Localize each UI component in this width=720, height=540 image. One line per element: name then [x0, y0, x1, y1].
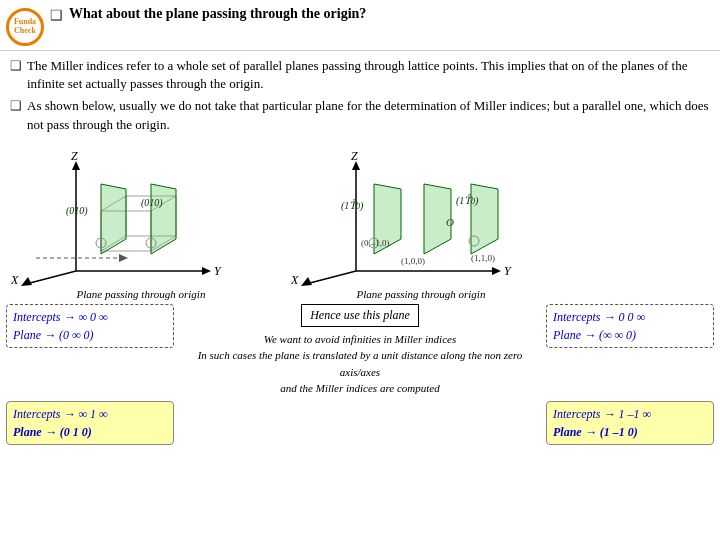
header-question: ❑ What about the plane passing through t… [50, 6, 712, 24]
svg-marker-25 [119, 254, 128, 262]
svg-text:(1T̄0): (1T̄0) [456, 194, 479, 207]
bottom-final-row: Intercepts → ∞ 1 ∞ Plane → (0 1 0) Inter… [0, 399, 720, 447]
bottom-intercepts-section: Intercepts → ∞ 0 ∞ Plane → (0 ∞ 0) Hence… [0, 300, 720, 399]
left-intercepts-box: Intercepts → ∞ 0 ∞ Plane → (0 ∞ 0) [6, 304, 174, 348]
left-plane-text: Plane → (0 ∞ 0) [13, 326, 167, 344]
left-diagram-label: Plane passing through origin [6, 288, 276, 300]
svg-marker-4 [202, 267, 211, 275]
left-intercepts-text: Intercepts → ∞ 0 ∞ [13, 308, 167, 326]
svg-marker-18 [101, 184, 126, 254]
bottom-left-plane: Plane → (0 1 0) [13, 423, 167, 441]
svg-text:Z: Z [71, 149, 78, 163]
center-text: We want to avoid infinities in Miller in… [178, 331, 542, 397]
svg-line-32 [306, 271, 356, 284]
right-plane-text: Plane → (∞ ∞ 0) [553, 326, 707, 344]
svg-line-6 [26, 271, 76, 284]
bottom-right-intercepts: Intercepts → 1 –1 ∞ [553, 405, 707, 423]
svg-marker-33 [301, 277, 312, 286]
svg-text:X: X [10, 273, 19, 286]
diagram-area: Z Y X (01 [0, 142, 720, 300]
funda-check-logo: Funda Check [6, 8, 44, 46]
right-cube-svg: Z Y X (1T̄0) (1T̄0) (0,–1,0) (1,0,0) (1,… [286, 146, 556, 286]
center-line2: In such cases the plane is translated by… [198, 349, 523, 378]
svg-marker-7 [21, 277, 32, 286]
svg-text:(010): (010) [141, 197, 163, 209]
svg-text:(1,0,0): (1,0,0) [401, 256, 425, 266]
bullet-checkbox-1: ❑ [10, 58, 22, 74]
bullet-checkbox-2: ❑ [10, 98, 22, 114]
bottom-right-plane: Plane → (1 –1 0) [553, 423, 707, 441]
question-checkbox-icon: ❑ [50, 7, 63, 24]
bottom-right-box: Intercepts → 1 –1 ∞ Plane → (1 –1 0) [546, 401, 714, 445]
header-question-text: What about the plane passing through the… [69, 6, 366, 22]
content-bullets: ❑ The Miller indices refer to a whole se… [0, 51, 720, 142]
bullet-item-1: ❑ The Miller indices refer to a whole se… [10, 57, 710, 93]
center-line3: and the Miller indices are computed [280, 382, 439, 394]
svg-text:Y: Y [214, 264, 222, 278]
bottom-left-box: Intercepts → ∞ 1 ∞ Plane → (0 1 0) [6, 401, 174, 445]
svg-marker-30 [492, 267, 501, 275]
center-line1: We want to avoid infinities in Miller in… [264, 333, 456, 345]
funda-check-label: Funda Check [14, 18, 36, 36]
right-intercepts-box: Intercepts → 0 0 ∞ Plane → (∞ ∞ 0) [546, 304, 714, 348]
header: Funda Check ❑ What about the plane passi… [0, 0, 720, 51]
left-diagram: Z Y X (01 [6, 146, 276, 300]
svg-text:(010): (010) [66, 205, 88, 217]
right-intercepts-text: Intercepts → 0 0 ∞ [553, 308, 707, 326]
center-block: Hence use this plane We want to avoid in… [178, 304, 542, 397]
bullet-item-2: ❑ As shown below, usually we do not take… [10, 97, 710, 133]
bottom-left-intercepts: Intercepts → ∞ 1 ∞ [13, 405, 167, 423]
svg-text:Y: Y [504, 264, 512, 278]
bullet-text-1: The Miller indices refer to a whole set … [27, 57, 710, 93]
svg-text:(1T̄0): (1T̄0) [341, 199, 364, 212]
svg-marker-19 [151, 184, 176, 254]
right-diagram: Z Y X (1T̄0) (1T̄0) (0,–1,0) (1,0,0) (1,… [286, 146, 556, 300]
right-diagram-label: Plane passing through origin [286, 288, 556, 300]
bullet-text-2: As shown below, usually we do not take t… [27, 97, 710, 133]
svg-text:X: X [290, 273, 299, 286]
svg-text:(0,–1,0): (0,–1,0) [361, 238, 390, 248]
hence-box: Hence use this plane [301, 304, 419, 327]
left-cube-svg: Z Y X (01 [6, 146, 266, 286]
svg-text:Z: Z [351, 149, 358, 163]
svg-text:O: O [446, 216, 454, 228]
svg-text:(1,1,0): (1,1,0) [471, 253, 495, 263]
